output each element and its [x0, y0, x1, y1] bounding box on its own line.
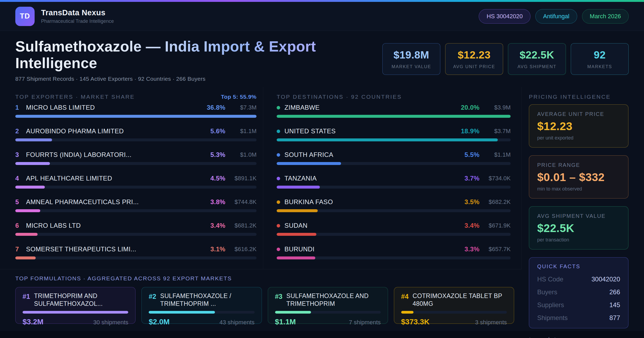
share-bar	[15, 138, 52, 141]
quick-facts-value: 30042020	[591, 275, 620, 283]
stat-card-markets: 92 MARKETS	[571, 43, 629, 75]
brand-tagline: Pharmaceutical Trade Intelligence	[41, 19, 114, 24]
price-card-avg-shipment-value: AVG SHIPMENT VALUE $22.5K per transactio…	[529, 206, 628, 249]
share-bar-track	[277, 209, 511, 212]
stat-card-avg-unit-price: $12.23 AVG UNIT PRICE	[445, 43, 503, 75]
formulation-value: $3.2M	[23, 318, 43, 326]
site-link[interactable]: transdatanexus.com	[529, 336, 628, 338]
exporters-panel: TOP EXPORTERS · MARKET SHARE Top 5: 55.9…	[0, 87, 263, 269]
price-card-sub: per unit exported	[537, 135, 620, 141]
share-bar	[277, 256, 315, 259]
quick-facts-label: Suppliers	[537, 301, 564, 309]
share-value: $1.1M	[230, 128, 257, 135]
brand-block: TransData Nexus Pharmaceutical Trade Int…	[41, 8, 114, 24]
share-value: $671.9K	[484, 222, 511, 229]
destination-row[interactable]: SUDAN3.4%$671.9K	[277, 221, 511, 236]
price-card-value: $22.5K	[537, 222, 620, 235]
exporter-rank: 7	[15, 245, 22, 253]
badge-period[interactable]: March 2026	[582, 9, 629, 24]
formulation-bar-track	[23, 311, 128, 314]
badge-hs-code[interactable]: HS 30042020	[479, 9, 530, 24]
stat-value: $22.5K	[520, 49, 554, 61]
formulation-card[interactable]: #2SULFAMETHOXAZOLE / TRIMETHOPRIM ...$2.…	[141, 287, 262, 324]
share-bar-track	[277, 162, 511, 165]
exporter-name: MICRO LABS LTD	[26, 222, 206, 229]
share-bar	[277, 209, 318, 212]
page-title: Sulfamethoxazole — India Import & Export…	[15, 38, 359, 71]
share-bar-track	[15, 186, 257, 189]
stat-label: MARKETS	[587, 64, 612, 69]
country-dot	[277, 106, 280, 109]
price-card-label: AVERAGE UNIT PRICE	[537, 111, 620, 117]
country-dot	[277, 153, 280, 157]
share-bar	[277, 138, 498, 141]
country-name: BURKINA FASO	[284, 198, 460, 206]
share-pct: 3.4%	[464, 222, 480, 229]
share-bar-track	[15, 162, 257, 165]
price-card-value: $0.01 – $332	[537, 171, 620, 184]
badge-category[interactable]: Antifungal	[535, 9, 577, 24]
destination-row[interactable]: UNITED STATES18.9%$3.7M	[277, 127, 511, 141]
exporter-row[interactable]: 7SOMERSET THERAPEUTICS LIMI...3.1%$616.2…	[15, 245, 257, 259]
share-value: $891.1K	[230, 175, 257, 182]
exporter-row[interactable]: 5AMNEAL PHARMACEUTICALS PRI...3.8%$744.8…	[15, 198, 257, 212]
destination-row[interactable]: SOUTH AFRICA5.5%$1.1M	[277, 150, 511, 165]
formulation-bar	[149, 311, 215, 314]
share-bar-track	[277, 186, 511, 189]
share-pct: 3.3%	[464, 245, 480, 253]
exporter-row[interactable]: 3FOURRTS (INDIA) LABORATORI...5.3%$1.0M	[15, 150, 257, 165]
exporter-row[interactable]: 1MICRO LABS LIMITED36.8%$7.3M	[15, 103, 257, 118]
exporter-name: AMNEAL PHARMACEUTICALS PRI...	[26, 198, 206, 206]
formulation-rank: #1	[23, 293, 30, 308]
stat-label: AVG SHIPMENT	[517, 64, 556, 69]
destination-row[interactable]: BURKINA FASO3.5%$682.2K	[277, 198, 511, 212]
share-pct: 20.0%	[461, 104, 480, 111]
brand-name: TransData Nexus	[41, 8, 114, 17]
brand-logo[interactable]: TD	[15, 7, 35, 26]
destinations-panel: TOP DESTINATIONS · 92 COUNTRIES ZIMBABWE…	[263, 87, 522, 269]
share-value: $657.7K	[484, 246, 511, 253]
formulation-rank: #2	[149, 293, 156, 308]
share-bar-track	[15, 138, 257, 141]
quick-facts-row-hs-code: HS Code 30042020	[537, 273, 620, 286]
share-pct: 36.8%	[207, 104, 225, 111]
stat-label: AVG UNIT PRICE	[453, 64, 495, 69]
app-header: TD TransData Nexus Pharmaceutical Trade …	[0, 2, 644, 31]
formulation-card[interactable]: #3SULFAMETHOXAZOLE AND TRIMETHOPRIM$1.1M…	[268, 287, 388, 324]
destinations-panel-head: TOP DESTINATIONS · 92 COUNTRIES	[277, 94, 511, 100]
share-value: $1.0M	[230, 151, 257, 158]
stat-cards: $19.8M MARKET VALUE $12.23 AVG UNIT PRIC…	[382, 43, 629, 75]
share-pct: 3.4%	[210, 222, 225, 229]
formulation-name: SULFAMETHOXAZOLE / TRIMETHOPRIM ...	[160, 292, 254, 308]
quick-facts-label: HS Code	[537, 275, 563, 283]
quick-facts-label: Shipments	[537, 314, 568, 322]
exporters-panel-head: TOP EXPORTERS · MARKET SHARE Top 5: 55.9…	[15, 94, 257, 100]
formulation-cards: #1TRIMETHOPRIM AND SULFAMETHOXAZOL...$3.…	[15, 287, 514, 324]
quick-facts-value: 266	[609, 288, 620, 296]
destination-row[interactable]: ZIMBABWE20.0%$3.9M	[277, 103, 511, 118]
stat-label: MARKET VALUE	[391, 64, 431, 69]
quick-facts-card: QUICK FACTS HS Code 30042020 Buyers 266 …	[529, 257, 628, 328]
formulation-bar-track	[401, 311, 507, 314]
formulations-heading: TOP FORMULATIONS · AGGREGATED ACROSS 92 …	[15, 275, 514, 282]
formulation-card[interactable]: #1TRIMETHOPRIM AND SULFAMETHOXAZOL...$3.…	[15, 287, 136, 324]
share-bar-track	[15, 209, 257, 212]
destination-row[interactable]: BURUNDI3.3%$657.7K	[277, 245, 511, 259]
quick-facts-row-shipments: Shipments 877	[537, 311, 620, 324]
exporters-heading: TOP EXPORTERS · MARKET SHARE	[15, 94, 135, 100]
destination-row[interactable]: TANZANIA3.7%$734.0K	[277, 174, 511, 189]
share-pct: 18.9%	[461, 127, 480, 135]
exporter-row[interactable]: 2AUROBINDO PHARMA LIMITED5.6%$1.1M	[15, 127, 257, 141]
exporter-row[interactable]: 6MICRO LABS LTD3.4%$681.2K	[15, 221, 257, 236]
exporter-rank: 3	[15, 151, 22, 159]
pricing-heading: PRICING INTELLIGENCE	[529, 94, 628, 100]
country-dot	[277, 248, 280, 251]
country-dot	[277, 224, 280, 227]
exporter-name: APL HEALTHCARE LIMITED	[26, 175, 206, 182]
country-name: TANZANIA	[284, 175, 460, 182]
formulations-section: TOP FORMULATIONS · AGGREGATED ACROSS 92 …	[0, 269, 522, 331]
stat-value: $12.23	[458, 49, 491, 61]
formulation-card[interactable]: #4COTRIMOXAZOLE TABLET BP 480MG$373.3K3 …	[394, 287, 514, 324]
exporter-row[interactable]: 4APL HEALTHCARE LIMITED4.5%$891.1K	[15, 174, 257, 189]
share-value: $1.1M	[484, 151, 511, 158]
